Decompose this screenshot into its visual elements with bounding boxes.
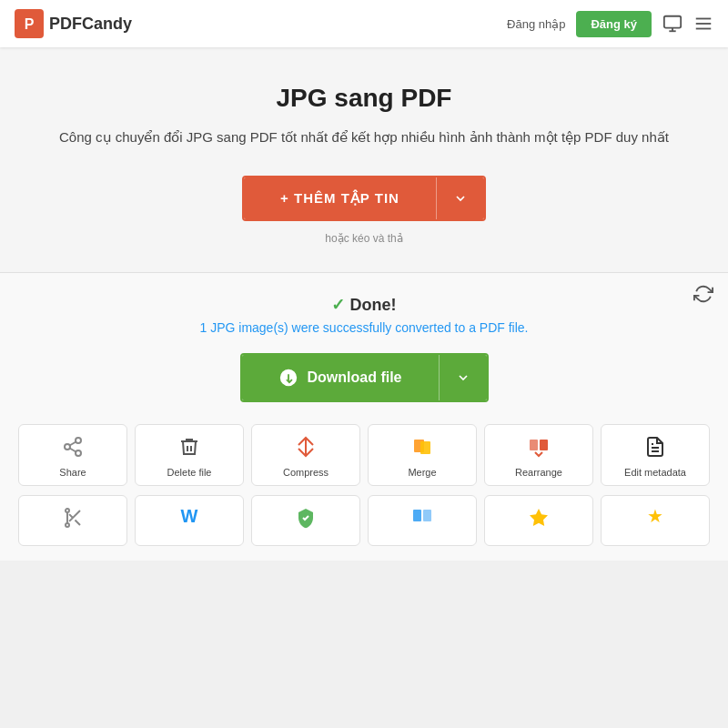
bottom-section: ✓ Done! 1 JPG image(s) were successfully…	[0, 273, 728, 561]
svg-line-11	[70, 448, 76, 451]
star-icon	[528, 507, 550, 532]
split-icon	[411, 507, 433, 532]
chevron-down-icon	[456, 370, 470, 385]
refresh-icon	[693, 284, 713, 304]
monitor-icon	[662, 14, 682, 34]
download-area: Download file	[18, 353, 710, 402]
share-label: Share	[59, 467, 86, 478]
delete-label: Delete file	[167, 467, 212, 478]
done-title: ✓ Done!	[18, 295, 710, 315]
actions-grid2: W	[18, 495, 710, 546]
svg-point-10	[76, 450, 81, 456]
svg-rect-15	[420, 441, 430, 454]
refresh-button[interactable]	[693, 284, 713, 308]
login-link[interactable]: Đăng nhập	[507, 17, 565, 31]
done-area: ✓ Done! 1 JPG image(s) were successfully…	[18, 295, 710, 335]
header-right: Đăng nhập Đăng ký	[507, 11, 713, 37]
action-word[interactable]: W	[135, 495, 244, 546]
done-subtitle: 1 JPG image(s) were successfully convert…	[18, 320, 710, 335]
action-delete[interactable]: Delete file	[135, 424, 244, 486]
svg-point-9	[65, 444, 70, 450]
merge-label: Merge	[408, 467, 436, 478]
svg-point-21	[66, 523, 69, 527]
svg-rect-16	[530, 440, 538, 450]
page-subtitle: Công cụ chuyển đổi JPG sang PDF tốt nhất…	[18, 127, 710, 148]
action-split[interactable]	[368, 495, 477, 546]
cut-icon	[62, 507, 84, 532]
action-cut[interactable]	[18, 495, 127, 546]
share-icon	[62, 436, 84, 461]
rearrange-icon	[528, 436, 550, 461]
word-icon: W	[181, 507, 198, 525]
extra-icon: ★	[647, 507, 663, 525]
download-icon	[278, 368, 298, 388]
actions-grid: Share Delete file Compress	[18, 424, 710, 486]
merge-icon	[411, 436, 433, 461]
menu-icon-button[interactable]	[693, 14, 713, 34]
upload-area: + THÊM TẬP TIN	[18, 176, 710, 221]
upload-dropdown-button[interactable]	[436, 177, 484, 219]
hamburger-icon	[693, 14, 713, 34]
logo-text: PDFCandy	[49, 15, 132, 34]
page-title: JPG sang PDF	[18, 84, 710, 113]
logo-icon: P	[15, 9, 44, 38]
metadata-label: Edit metadata	[624, 467, 686, 478]
svg-point-8	[76, 438, 81, 443]
delete-icon	[178, 436, 200, 461]
top-section: JPG sang PDF Công cụ chuyển đổi JPG sang…	[0, 47, 728, 273]
action-share[interactable]: Share	[18, 424, 127, 486]
svg-point-22	[66, 509, 69, 512]
monitor-icon-button[interactable]	[662, 14, 682, 34]
compress-icon	[295, 436, 317, 461]
action-metadata[interactable]: Edit metadata	[601, 424, 710, 486]
svg-marker-26	[530, 509, 548, 526]
action-extra[interactable]: ★	[601, 495, 710, 546]
svg-rect-24	[413, 510, 421, 521]
svg-rect-17	[540, 440, 548, 450]
svg-rect-25	[423, 510, 431, 521]
chevron-down-icon	[453, 191, 468, 206]
download-btn-group: Download file	[240, 353, 489, 402]
upload-main-button[interactable]: + THÊM TẬP TIN	[244, 177, 436, 219]
action-merge[interactable]: Merge	[368, 424, 477, 486]
metadata-icon	[644, 436, 666, 461]
drag-hint: hoặc kéo và thả	[18, 232, 710, 245]
svg-line-12	[70, 441, 76, 445]
action-rearrange[interactable]: Rearrange	[484, 424, 593, 486]
action-protect[interactable]	[251, 495, 360, 546]
svg-text:P: P	[25, 16, 35, 32]
download-dropdown-button[interactable]	[439, 355, 487, 400]
compress-label: Compress	[283, 467, 329, 478]
signup-button[interactable]: Đăng ký	[576, 11, 652, 37]
rearrange-label: Rearrange	[515, 467, 562, 478]
header: P PDFCandy Đăng nhập Đăng ký	[0, 0, 728, 47]
upload-btn-group: + THÊM TẬP TIN	[242, 176, 486, 221]
done-check-icon: ✓	[331, 296, 345, 314]
protect-icon	[295, 507, 317, 532]
logo: P PDFCandy	[15, 9, 132, 38]
download-main-button[interactable]: Download file	[242, 355, 439, 400]
action-compress[interactable]: Compress	[251, 424, 360, 486]
action-star[interactable]	[484, 495, 593, 546]
svg-rect-2	[664, 16, 681, 28]
